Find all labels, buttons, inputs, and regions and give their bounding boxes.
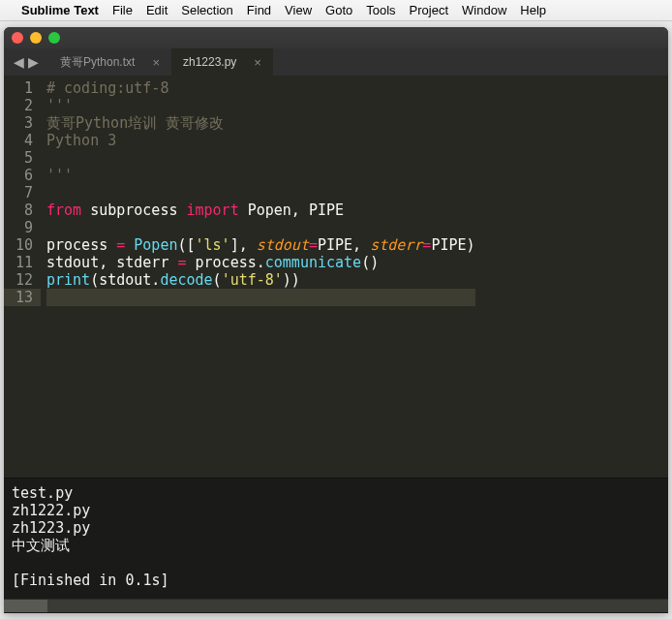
code-token: () bbox=[361, 254, 379, 271]
line-number: 1 bbox=[8, 79, 33, 97]
nav-forward-icon[interactable]: ▶ bbox=[28, 54, 39, 70]
console-line: 中文测试 bbox=[12, 537, 660, 554]
menu-find[interactable]: Find bbox=[247, 3, 271, 17]
code-token: decode bbox=[160, 271, 212, 289]
code-token: Python 3 bbox=[46, 132, 116, 149]
code-line[interactable] bbox=[46, 184, 475, 201]
code-line[interactable]: # coding:utf-8 bbox=[46, 79, 475, 97]
code-line[interactable]: process = Popen(['ls'], stdout=PIPE, std… bbox=[46, 236, 475, 254]
line-number: 7 bbox=[8, 184, 33, 201]
nav-arrows: ◀ ▶ bbox=[4, 48, 48, 76]
console-line: [Finished in 0.1s] bbox=[12, 572, 660, 589]
line-number-gutter: 12345678910111213 bbox=[4, 76, 41, 478]
build-output-panel[interactable]: test.pyzh1222.pyzh1223.py中文测试 [Finished … bbox=[4, 478, 668, 613]
code-token: 'utf-8' bbox=[222, 271, 283, 289]
code-token: print bbox=[46, 271, 90, 289]
line-number: 3 bbox=[8, 114, 33, 132]
zoom-window-icon[interactable] bbox=[48, 32, 60, 44]
code-token: = bbox=[309, 236, 318, 254]
code-editor[interactable]: 12345678910111213 # coding:utf-8'''黄哥Pyt… bbox=[4, 76, 668, 478]
line-number: 10 bbox=[8, 236, 33, 254]
code-line[interactable] bbox=[46, 219, 475, 236]
code-content[interactable]: # coding:utf-8'''黄哥Python培训 黄哥修改Python 3… bbox=[41, 76, 475, 478]
scrollbar-thumb[interactable] bbox=[4, 600, 47, 612]
console-line: zh1222.py bbox=[12, 502, 660, 519]
minimize-window-icon[interactable] bbox=[30, 32, 42, 44]
code-token: ], bbox=[230, 236, 257, 254]
menu-window[interactable]: Window bbox=[462, 3, 506, 17]
sublime-window: ◀ ▶ 黄哥Python.txt × zh1223.py × 123456789… bbox=[4, 27, 668, 613]
menu-tools[interactable]: Tools bbox=[366, 3, 395, 17]
code-token: import bbox=[187, 201, 239, 219]
code-token: process bbox=[46, 236, 116, 254]
line-number: 13 bbox=[4, 289, 41, 306]
code-token: 黄哥Python培训 黄哥修改 bbox=[46, 114, 224, 132]
code-token bbox=[125, 236, 134, 254]
code-token: from bbox=[46, 201, 81, 219]
line-number: 9 bbox=[8, 219, 33, 236]
menu-goto[interactable]: Goto bbox=[325, 3, 352, 17]
line-number: 5 bbox=[8, 149, 33, 167]
console-line bbox=[12, 554, 660, 572]
code-token: ''' bbox=[46, 97, 73, 114]
code-token: 'ls' bbox=[196, 236, 230, 254]
line-number: 8 bbox=[8, 201, 33, 219]
code-token: communicate bbox=[265, 254, 361, 271]
line-number: 12 bbox=[8, 271, 33, 289]
tab-label: zh1223.py bbox=[183, 55, 236, 69]
close-window-icon[interactable] bbox=[12, 32, 23, 44]
minimap[interactable] bbox=[655, 76, 668, 478]
line-number: 11 bbox=[8, 254, 33, 271]
tab-active[interactable]: zh1223.py × bbox=[171, 48, 273, 76]
close-tab-icon[interactable]: × bbox=[152, 55, 160, 70]
code-line[interactable]: print(stdout.decode('utf-8')) bbox=[46, 271, 475, 289]
code-token: = bbox=[116, 236, 125, 254]
code-token: stdout, stderr bbox=[46, 254, 177, 271]
macos-menubar: Sublime Text File Edit Selection Find Vi… bbox=[0, 0, 672, 21]
menu-view[interactable]: View bbox=[285, 3, 312, 17]
menu-help[interactable]: Help bbox=[520, 3, 546, 17]
code-token: )) bbox=[283, 271, 300, 289]
code-token: # coding:utf-8 bbox=[46, 79, 168, 97]
code-token: = bbox=[177, 254, 186, 271]
code-line[interactable]: Python 3 bbox=[46, 132, 475, 149]
console-line: zh1223.py bbox=[12, 519, 660, 537]
console-line: test.py bbox=[12, 484, 660, 502]
tab-label: 黄哥Python.txt bbox=[60, 54, 135, 71]
code-token: ([ bbox=[177, 236, 195, 254]
code-line[interactable] bbox=[46, 149, 475, 167]
window-titlebar[interactable] bbox=[4, 27, 668, 48]
code-token: ( bbox=[213, 271, 222, 289]
line-number: 6 bbox=[8, 167, 33, 184]
code-token: PIPE, bbox=[318, 236, 370, 254]
code-token: (stdout. bbox=[90, 271, 160, 289]
code-line[interactable]: ''' bbox=[46, 97, 475, 114]
code-line[interactable] bbox=[46, 289, 475, 306]
code-token: stdout bbox=[257, 236, 309, 254]
code-line[interactable]: from subprocess import Popen, PIPE bbox=[46, 201, 475, 219]
code-token: stderr bbox=[370, 236, 422, 254]
code-token: PIPE) bbox=[431, 236, 474, 254]
code-token: Popen, PIPE bbox=[239, 201, 344, 219]
close-tab-icon[interactable]: × bbox=[254, 55, 261, 70]
line-number: 4 bbox=[8, 132, 33, 149]
code-token: process. bbox=[187, 254, 265, 271]
menu-project[interactable]: Project bbox=[410, 3, 448, 17]
tab-bar: ◀ ▶ 黄哥Python.txt × zh1223.py × bbox=[4, 48, 668, 76]
menu-selection[interactable]: Selection bbox=[181, 3, 232, 17]
code-token: Popen bbox=[134, 236, 177, 254]
nav-back-icon[interactable]: ◀ bbox=[14, 54, 24, 70]
menu-edit[interactable]: Edit bbox=[146, 3, 168, 17]
code-token: subprocess bbox=[81, 201, 186, 219]
menubar-app-name[interactable]: Sublime Text bbox=[21, 3, 99, 17]
tab-inactive[interactable]: 黄哥Python.txt × bbox=[48, 48, 171, 76]
menu-file[interactable]: File bbox=[112, 3, 133, 17]
code-line[interactable]: ''' bbox=[46, 167, 475, 184]
console-horizontal-scrollbar[interactable] bbox=[4, 599, 668, 612]
code-line[interactable]: 黄哥Python培训 黄哥修改 bbox=[46, 114, 475, 132]
code-token: ''' bbox=[46, 167, 73, 184]
line-number: 2 bbox=[8, 97, 33, 114]
code-line[interactable]: stdout, stderr = process.communicate() bbox=[46, 254, 475, 271]
